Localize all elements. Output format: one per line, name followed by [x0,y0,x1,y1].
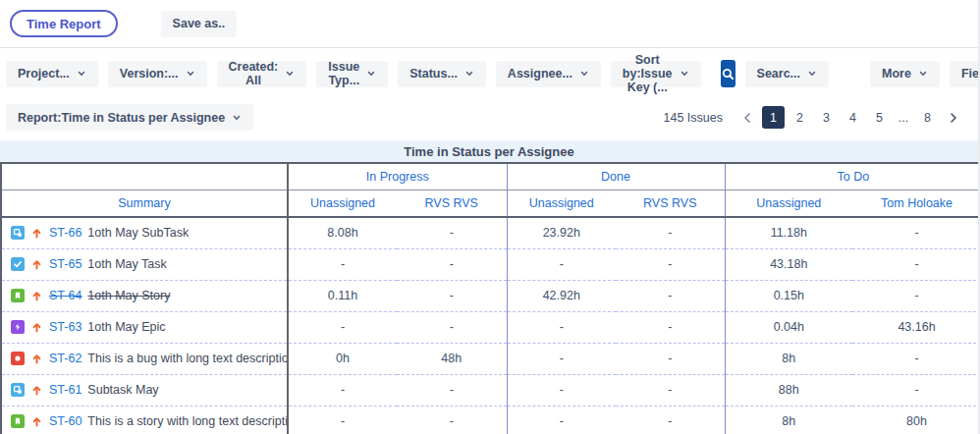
column-header-inprogress-unassigned[interactable]: Unassigned [288,190,397,217]
filter-project[interactable]: Project... [6,61,98,87]
cell-value: 0h [288,343,397,374]
cell-value: - [852,374,980,406]
more-button[interactable]: More [870,61,940,87]
cell-value: 80h [852,406,980,434]
cell-value: 48h [397,343,507,374]
table-row[interactable]: ST-60 This is a story with long text des… [1,406,980,434]
report-bar: Report:Time in Status per Assignee 145 I… [0,98,978,140]
priority-high-icon [30,290,43,302]
cell-value: - [616,343,725,374]
issue-summary: This is a story with long text descripti… [87,414,288,428]
cell-value: - [507,374,616,406]
issue-key-link[interactable]: ST-61 [49,383,82,397]
cell-value: - [852,248,980,280]
cell-value: 23.92h [507,217,616,248]
search-menu-label: Searc... [757,67,800,81]
previous-page-icon[interactable] [736,107,758,129]
cell-value: - [397,406,507,434]
page-5[interactable]: 5 [868,106,891,129]
next-page-icon[interactable] [943,107,964,129]
column-header-inprogress-rvs[interactable]: RVS RVS [397,190,507,217]
column-header-todo-tom-holoake[interactable]: Tom Holoake [852,190,980,217]
page-3[interactable]: 3 [815,106,838,129]
priority-high-icon [30,227,43,240]
filter-version[interactable]: Version:... [108,61,207,87]
subtask-icon [11,226,25,240]
priority-high-icon [30,321,43,334]
issue-key-link[interactable]: ST-60 [49,414,82,428]
cell-value: 88h [725,374,852,406]
filter-sort-by[interactable]: Sort by:Issue Key (... [611,61,701,87]
fields-button[interactable]: Fields [950,61,980,87]
page-2[interactable]: 2 [789,106,811,129]
table-title: Time in Status per Assignee [0,140,978,164]
filter-issue-type-label: Issue Typ... [328,60,359,87]
epic-icon [11,320,25,334]
table-row[interactable]: ST-61 Subtask May - - - - 88h - [1,374,980,406]
issue-summary: 1oth May SubTask [87,226,189,240]
group-header-done: Done [507,164,725,190]
summary-column-header[interactable]: Summary [1,190,288,217]
search-icon [721,67,735,81]
story-icon [11,414,25,428]
cell-value: - [852,280,980,311]
table-row[interactable]: ST-66 1oth May SubTask 8.08h - 23.92h - … [1,217,980,248]
issue-summary: 1oth May Story [87,289,170,302]
cell-value: - [288,406,397,434]
cell-value: 11.18h [725,217,852,248]
column-header-done-rvs[interactable]: RVS RVS [616,190,725,217]
chevron-down-icon [680,69,689,79]
issue-key-link[interactable]: ST-65 [49,257,82,271]
cell-value: - [507,248,616,280]
group-header-to-do: To Do [725,164,980,190]
column-header-todo-unassigned[interactable]: Unassigned [725,190,852,217]
chevron-down-icon [464,69,474,79]
filter-created[interactable]: Created: All [217,61,307,87]
save-as-button[interactable]: Save as.. [161,11,238,37]
cell-value: - [616,311,725,343]
cell-value: - [397,248,507,280]
filter-status[interactable]: Status... [398,61,486,87]
chevron-down-icon [807,69,817,79]
cell-value: 43.16h [852,311,980,343]
filter-assignee-label: Assignee... [508,67,572,81]
cell-value: - [507,343,616,374]
table-row[interactable]: ST-62 This is a bug with long text descr… [1,343,980,374]
chevron-down-icon [285,69,295,79]
search-button[interactable] [721,60,735,87]
cell-value: 42.92h [507,280,616,311]
issue-key-link[interactable]: ST-62 [49,352,82,365]
issue-key-link[interactable]: ST-66 [49,226,82,240]
table-row[interactable]: ST-64 1oth May Story 0.11h - 42.92h - 0.… [1,280,980,311]
column-header-done-unassigned[interactable]: Unassigned [507,190,616,217]
filter-issue-type[interactable]: Issue Typ... [316,61,388,87]
table-row[interactable]: ST-65 1oth May Task - - - - 43.18h - [1,248,980,280]
chevron-down-icon [186,69,195,79]
cell-value: 0.04h [725,311,852,343]
issues-count: 145 Issues [664,111,723,125]
bug-icon [11,352,25,365]
pagination: 145 Issues 1 2 3 4 5 ... 8 [664,106,964,129]
table-row[interactable]: ST-63 1oth May Epic - - - - 0.04h 43.16h [1,311,980,343]
page-8[interactable]: 8 [916,106,939,129]
page-ellipsis: ... [895,111,912,125]
issue-summary: 1oth May Task [87,257,166,271]
cell-value: - [288,248,397,280]
search-menu-button[interactable]: Searc... [745,61,829,87]
filter-assignee[interactable]: Assignee... [496,61,601,87]
chevron-down-icon [77,69,86,79]
report-selector[interactable]: Report:Time in Status per Assignee [6,104,253,131]
priority-high-icon [30,353,43,365]
time-in-status-table: In Progress Done To Do Summary Unassigne… [0,164,980,434]
page-4[interactable]: 4 [842,106,864,129]
task-icon [11,257,25,271]
filter-bar: Project... Version:... Created: All Issu… [0,48,978,98]
page-1[interactable]: 1 [762,106,785,129]
cell-value: - [616,406,725,434]
issue-key-link[interactable]: ST-63 [49,320,82,334]
issue-key-link[interactable]: ST-64 [49,289,82,302]
filter-status-label: Status... [409,67,458,81]
story-icon [11,289,25,302]
time-report-button[interactable]: Time Report [10,10,118,37]
cell-value: - [288,311,397,343]
